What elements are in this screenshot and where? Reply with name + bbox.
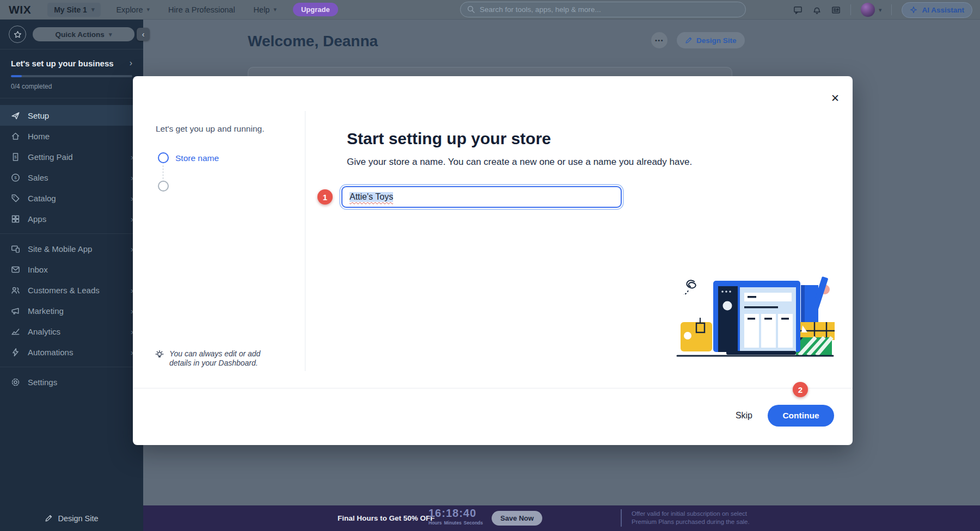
skip-button[interactable]: Skip [736, 411, 752, 421]
step-badge-1: 1 [317, 189, 333, 205]
divider [133, 388, 853, 388]
tip-line1: You can always edit or add [169, 349, 260, 359]
store-name-value: Attie's Toys [350, 192, 393, 202]
store-setup-modal: ✕ Let's get you up and running. Store na… [133, 76, 853, 445]
wix-dashboard: WIX My Site 1 ▾ Explore ▾ Hire a Profess… [0, 0, 980, 531]
lightbulb-icon [155, 350, 164, 360]
step-circle-store-name [158, 152, 169, 163]
store-name-input[interactable]: Attie's Toys [341, 186, 622, 208]
modal-footer: Skip Continue [736, 405, 834, 427]
tip-line2: details in your Dashboard. [169, 359, 260, 368]
modal-title: Start setting up your store [347, 129, 551, 148]
step-label-store-name[interactable]: Store name [175, 153, 219, 163]
step-circle-next [158, 181, 169, 192]
step-connector [163, 165, 163, 179]
setup-intro-text: Let's get you up and running. [156, 124, 264, 134]
step-badge-2: 2 [793, 382, 808, 397]
continue-button[interactable]: Continue [768, 405, 834, 427]
tip: You can always edit or add details in yo… [155, 349, 280, 368]
divider [305, 111, 305, 371]
modal-subtitle: Give your store a name. You can create a… [347, 157, 692, 168]
close-icon[interactable]: ✕ [829, 92, 841, 104]
store-illustration [672, 273, 838, 359]
